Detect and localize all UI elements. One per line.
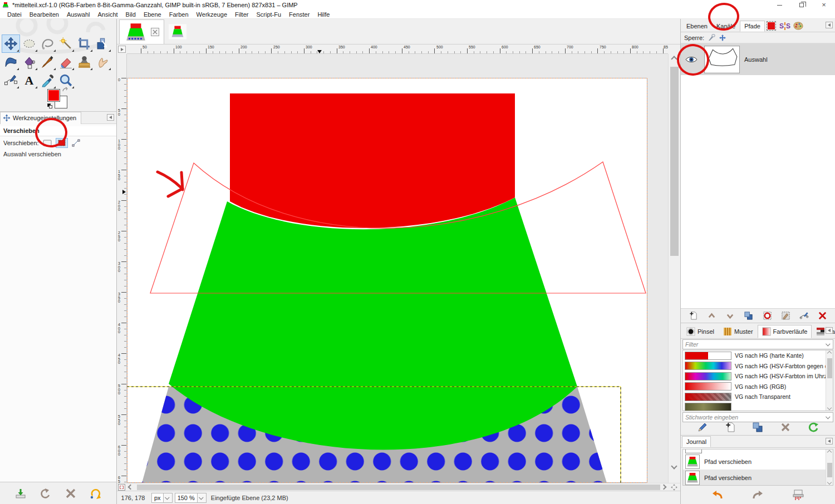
image-tab-active[interactable] — [119, 19, 164, 44]
image-tab-2[interactable] — [164, 19, 191, 44]
tab-symmetry[interactable]: SS — [778, 20, 792, 32]
minimize-button[interactable] — [768, 0, 790, 10]
canvas-viewport[interactable] — [127, 54, 668, 483]
paths-tool[interactable] — [2, 71, 20, 90]
lower-path-button[interactable] — [724, 310, 737, 322]
journal-entry[interactable]: Pfad verschieben — [683, 453, 833, 470]
tab-colormap[interactable] — [792, 20, 805, 32]
panel-menu-button[interactable] — [826, 327, 833, 334]
vertical-scrollbar[interactable] — [668, 54, 680, 483]
smudge-tool[interactable] — [94, 53, 112, 71]
menu-item[interactable]: Auswahl — [63, 11, 94, 18]
selection-to-path-button[interactable] — [779, 310, 792, 322]
cage-transform-tool[interactable] — [20, 53, 38, 71]
horizontal-ruler[interactable]: 5010015020025030035040045050055060065070… — [127, 45, 668, 54]
lock-position-icon[interactable] — [719, 34, 726, 42]
new-path-button[interactable] — [686, 310, 700, 322]
free-select-tool[interactable] — [38, 34, 57, 53]
clone-tool[interactable] — [75, 53, 94, 71]
journal-entry[interactable]: Pfad verschieben — [683, 470, 833, 486]
menu-item[interactable]: Bearbeiten — [26, 11, 63, 18]
default-colors-icon[interactable] — [47, 103, 53, 109]
vertical-ruler[interactable]: 050100150200250300350400450500550600650 — [117, 54, 127, 483]
gradient-row[interactable]: VG nach HG (HSV-Farbton gegen den Uhrzei… — [683, 361, 833, 372]
duplicate-path-button[interactable] — [742, 310, 755, 322]
journal-scrollbar[interactable] — [826, 449, 833, 485]
tab-pinsel[interactable]: Pinsel — [682, 325, 719, 338]
menu-item[interactable]: Bild — [122, 11, 140, 18]
gradient-row[interactable]: VG nach HG (RGB) — [683, 382, 833, 392]
unit-select[interactable]: px — [151, 493, 173, 503]
tab-journal[interactable]: Journal — [682, 436, 711, 447]
delete-tool-preset-button[interactable] — [63, 486, 78, 501]
unified-transform-tool[interactable] — [94, 34, 112, 53]
undo-button[interactable] — [711, 490, 724, 501]
paintbrush-tool[interactable] — [38, 53, 57, 71]
tab-selection-editor[interactable] — [765, 20, 778, 32]
delete-gradient-button[interactable] — [779, 422, 792, 433]
move-tool[interactable] — [2, 34, 20, 53]
gradient-scrollbar[interactable] — [826, 350, 833, 411]
path-to-selection-button[interactable] — [760, 310, 774, 322]
gradient-row[interactable]: VG nach HG (harte Kante) — [683, 350, 833, 361]
new-gradient-button[interactable] — [724, 422, 737, 433]
duplicate-gradient-button[interactable] — [751, 422, 764, 433]
panel-menu-button[interactable] — [826, 22, 833, 28]
zoom-select[interactable]: 150 % — [175, 493, 207, 503]
panel-menu-button[interactable] — [826, 438, 833, 444]
menu-item[interactable]: Farben — [165, 11, 193, 18]
gradient-row[interactable]: VG nach HG (HSV-Farbton im Uhrzeigersinn… — [683, 371, 833, 382]
ellipse-select-tool[interactable] — [20, 34, 38, 53]
close-image-button[interactable] — [151, 28, 159, 36]
gradient-filter-input[interactable]: Filter — [682, 339, 833, 349]
gradient-row[interactable] — [683, 402, 833, 412]
path-name[interactable]: Auswahl — [744, 56, 768, 63]
menu-item[interactable]: Hilfe — [313, 11, 333, 18]
scroll-left-icon[interactable] — [128, 485, 134, 490]
unit-caret[interactable] — [163, 493, 172, 502]
eraser-tool[interactable] — [57, 53, 75, 71]
navigation-button[interactable] — [669, 484, 679, 491]
edit-gradient-button[interactable] — [696, 422, 709, 433]
save-tool-preset-button[interactable] — [13, 486, 28, 501]
redo-button[interactable] — [751, 490, 764, 501]
menu-item[interactable]: Ansicht — [94, 11, 121, 18]
path-thumbnail[interactable] — [704, 46, 740, 73]
gradient-row[interactable]: VG nach Transparent — [683, 392, 833, 402]
refresh-gradients-button[interactable] — [807, 422, 820, 433]
lock-pixels-icon[interactable] — [708, 34, 715, 42]
warp-transform-tool[interactable] — [2, 53, 20, 71]
restore-tool-preset-button[interactable] — [38, 486, 53, 501]
foreground-color-swatch[interactable] — [47, 89, 60, 102]
panel-menu-button[interactable] — [107, 114, 114, 121]
quick-mask-button[interactable] — [118, 484, 125, 491]
tab-ebenen[interactable]: Ebenen — [682, 21, 712, 32]
crop-tool[interactable] — [75, 34, 94, 53]
color-picker-tool[interactable] — [38, 71, 57, 90]
raise-path-button[interactable] — [705, 310, 718, 322]
horizontal-scrollbar[interactable] — [117, 483, 680, 491]
close-button[interactable]: × — [813, 0, 835, 10]
tab-pfade[interactable]: Pfade — [740, 21, 765, 32]
swap-colors-icon[interactable] — [62, 87, 68, 93]
ruler-corner-button[interactable] — [118, 46, 126, 53]
delete-path-button[interactable] — [816, 310, 829, 322]
menu-item[interactable]: Filter — [231, 11, 252, 18]
menu-item[interactable]: Datei — [3, 11, 26, 18]
tab-muster[interactable]: Muster — [719, 325, 758, 338]
tab-farbverlaeufe[interactable]: Farbverläufe — [758, 325, 812, 338]
restore-button[interactable] — [790, 0, 813, 10]
zoom-caret[interactable] — [197, 493, 206, 502]
fuzzy-select-tool[interactable] — [57, 34, 75, 53]
clear-history-button[interactable] — [792, 490, 805, 501]
stroke-path-button[interactable] — [798, 310, 811, 322]
menu-item[interactable]: Script-Fu — [252, 11, 285, 18]
vertical-scroll-thumb[interactable] — [670, 67, 679, 256]
move-path-button[interactable] — [70, 138, 82, 148]
reset-tool-options-button[interactable] — [89, 486, 103, 501]
scroll-down-icon[interactable] — [671, 463, 677, 469]
scroll-right-icon[interactable] — [661, 485, 667, 490]
horizontal-scroll-thumb[interactable] — [137, 485, 660, 490]
menu-item[interactable]: Fenster — [285, 11, 313, 18]
menu-item[interactable]: Ebene — [140, 11, 165, 18]
